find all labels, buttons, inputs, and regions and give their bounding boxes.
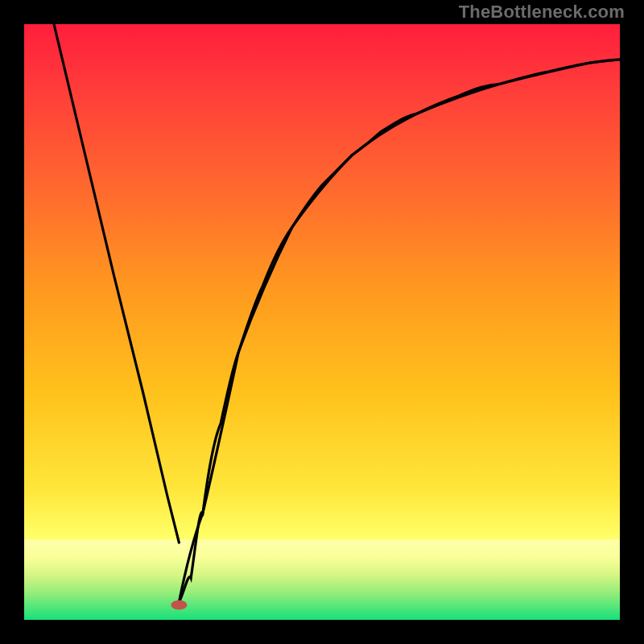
vertex-marker [171, 601, 187, 610]
chart-plot-area [24, 24, 620, 620]
watermark-text: TheBottleneck.com [459, 2, 625, 23]
gradient-background [24, 24, 620, 620]
chart-frame: TheBottleneck.com [0, 0, 644, 644]
bottom-band [24, 539, 620, 620]
